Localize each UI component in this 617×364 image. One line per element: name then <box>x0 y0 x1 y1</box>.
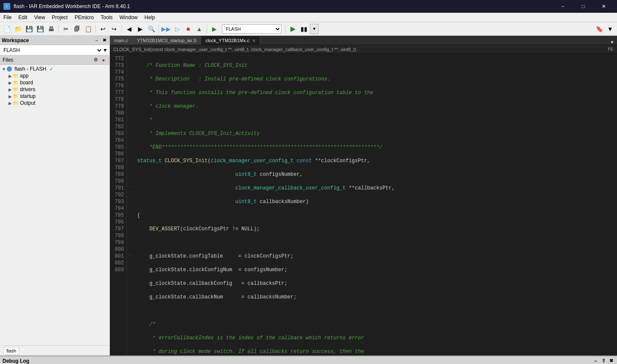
board-folder-icon: 📁 <box>13 80 19 86</box>
file-tree: ▼ flash - FLASH ✓ ▶ 📁 app ▶ 📁 board <box>0 65 109 345</box>
copy-button[interactable]: 🗐 <box>72 24 82 34</box>
bottom-area: Debug Log − ⇧ ✖ Log Wed Jul 24, 2024 13:… <box>0 355 617 364</box>
redo-button[interactable]: ↪ <box>109 24 119 34</box>
code-line-778: *END************************************… <box>137 144 614 151</box>
code-line-780: uint8_t configsNumber, <box>137 171 614 178</box>
debug-log-expand-button[interactable]: ⇧ <box>600 358 607 364</box>
menu-help[interactable]: Help <box>141 14 158 21</box>
code-line-779: status_t CLOCK_SYS_Init(clock_manager_us… <box>137 158 614 164</box>
project-name: flash - FLASH <box>14 66 46 72</box>
app-icon: I <box>3 3 10 10</box>
save-all-button[interactable]: 💾 <box>35 24 45 34</box>
code-line-789: g_clockState.callbackNum = callbacksNumb… <box>137 294 614 301</box>
code-line-785 <box>137 239 614 246</box>
paste-button[interactable]: 📋 <box>83 24 93 34</box>
open-button[interactable]: 📁 <box>13 24 23 34</box>
main-layout: Workspace − ✖ FLASH ▼ Files ⚙ ● ▼ <box>0 36 617 355</box>
nav-back-button[interactable]: ◀ <box>124 24 134 34</box>
stop-button[interactable]: ■ <box>183 24 193 34</box>
code-line-791: /* <box>137 321 614 328</box>
files-active-button[interactable]: ● <box>100 57 107 63</box>
debug-log-title: Debug Log <box>3 358 29 364</box>
maximize-button[interactable]: □ <box>574 0 593 13</box>
folder-drivers[interactable]: ▶ 📁 drivers <box>0 86 109 93</box>
nav-fwd-button[interactable]: ▶ <box>135 24 145 34</box>
expand-drivers-icon: ▶ <box>9 87 12 92</box>
menu-bar: File Edit View Project PEmicro Tools Win… <box>0 13 617 22</box>
cut-button[interactable]: ✂ <box>61 24 71 34</box>
sidebar-pin-button[interactable]: − <box>93 37 100 44</box>
tab-clock[interactable]: clock_YTM32B1Mx.c ✕ <box>201 36 260 45</box>
tab-main-c[interactable]: main.c <box>110 36 132 45</box>
minimize-button[interactable]: − <box>553 0 573 13</box>
workspace-dropdown[interactable]: FLASH <box>2 47 103 54</box>
menu-file[interactable]: File <box>0 14 15 21</box>
config-select[interactable]: FLASH <box>222 24 281 34</box>
new-file-button[interactable]: 📄 <box>2 24 12 34</box>
debug-log-pin-button[interactable]: − <box>592 358 599 364</box>
toolbar: 📄 📁 💾 💾 🖶 ✂ 🗐 📋 ↩ ↪ ◀ ▶ 🔍 ▶▶ ▷ ■ ▲ ▶ FLA… <box>0 22 617 36</box>
debugger-button[interactable]: ▶ <box>209 24 219 34</box>
code-line-777: * Implements CLOCK_SYS_Init_Activity <box>137 130 614 137</box>
project-icon <box>7 66 12 72</box>
menu-project[interactable]: Project <box>49 14 71 21</box>
code-area[interactable]: 772773774775776 777778779780781 78278378… <box>110 54 617 355</box>
files-header: Files ⚙ ● <box>0 55 109 65</box>
folder-startup[interactable]: ▶ 📁 startup <box>0 93 109 100</box>
code-line-774: * This function installs the pre-defined… <box>137 89 614 96</box>
function-icon: f① <box>608 46 614 52</box>
tab-clock-close[interactable]: ✕ <box>252 38 255 43</box>
menu-pemicro[interactable]: PEmicro <box>71 14 97 21</box>
folder-startup-label: startup <box>20 93 36 99</box>
folder-app-label: app <box>20 73 29 79</box>
code-line-782: uint8_t callbacksNumber) <box>137 198 614 205</box>
save-button[interactable]: 💾 <box>24 24 34 34</box>
folder-output-label: Output <box>20 100 35 106</box>
expand-output-icon: ▶ <box>9 101 12 106</box>
menu-edit[interactable]: Edit <box>15 14 31 21</box>
separator-6 <box>285 25 286 33</box>
tab-startup[interactable]: YTM32B1MC0_startup_iar.S <box>132 36 201 45</box>
shield-button[interactable]: ▲ <box>194 24 204 34</box>
debug-toolbar-btn[interactable]: ▼ <box>310 24 319 34</box>
code-line-787: g_clockState.clockConfigNum = configsNum… <box>137 267 614 273</box>
expand-app-icon: ▶ <box>9 74 12 78</box>
code-line-783: { <box>137 212 614 219</box>
menu-window[interactable]: Window <box>116 14 141 21</box>
close-button[interactable]: ✕ <box>594 0 614 13</box>
code-line-790 <box>137 307 614 314</box>
compile-button[interactable]: ▶▶ <box>161 24 171 34</box>
code-content[interactable]: /* Function Name : CLOCK_SYS_Init * Desc… <box>134 54 617 355</box>
code-line-772: /* Function Name : CLOCK_SYS_Init <box>137 62 614 69</box>
build-button[interactable]: ▷ <box>172 24 182 34</box>
sidebar-expand-button[interactable]: ✖ <box>101 37 108 44</box>
collapse-indicators: ⁻ ⁻ ⁻ <box>127 54 134 355</box>
tab-overflow-button[interactable]: ▼ <box>607 40 617 45</box>
search-button[interactable]: 🔍 <box>146 24 156 34</box>
undo-button[interactable]: ↩ <box>98 24 108 34</box>
pause-button[interactable]: ▮▮ <box>299 24 309 34</box>
line-numbers: 772773774775776 777778779780781 78278378… <box>110 54 127 355</box>
tab-clock-label: clock_YTM32B1Mx.c <box>205 38 249 43</box>
separator-1 <box>58 25 59 33</box>
menu-tools[interactable]: Tools <box>98 14 116 21</box>
folder-app[interactable]: ▶ 📁 app <box>0 72 109 79</box>
project-root[interactable]: ▼ flash - FLASH ✓ <box>0 66 109 72</box>
bookmark-button[interactable]: 🔖 <box>594 24 604 34</box>
tab-main-c-label: main.c <box>114 38 128 43</box>
files-settings-button[interactable]: ⚙ <box>92 57 99 63</box>
folder-output[interactable]: ▶ 📁 Output <box>0 100 109 106</box>
print-button[interactable]: 🖶 <box>46 24 56 34</box>
sidebar-flash-tab[interactable]: flash <box>3 347 19 355</box>
code-line-781: clock_manager_callback_user_config_t **c… <box>137 185 614 192</box>
run-button[interactable]: ▶ <box>288 24 298 34</box>
workspace-label: Workspace <box>2 37 29 43</box>
menu-view[interactable]: View <box>31 14 49 21</box>
code-line-786: g_clockState.configTable = clockConfigsP… <box>137 253 614 260</box>
settings-button[interactable]: ▼ <box>605 24 615 34</box>
app-folder-icon: 📁 <box>13 73 19 79</box>
debug-log-close-button[interactable]: ✖ <box>608 358 614 364</box>
folder-board[interactable]: ▶ 📁 board <box>0 79 109 86</box>
code-line-793: * during clock mode switch. If all callb… <box>137 348 614 355</box>
separator-4 <box>158 25 159 33</box>
